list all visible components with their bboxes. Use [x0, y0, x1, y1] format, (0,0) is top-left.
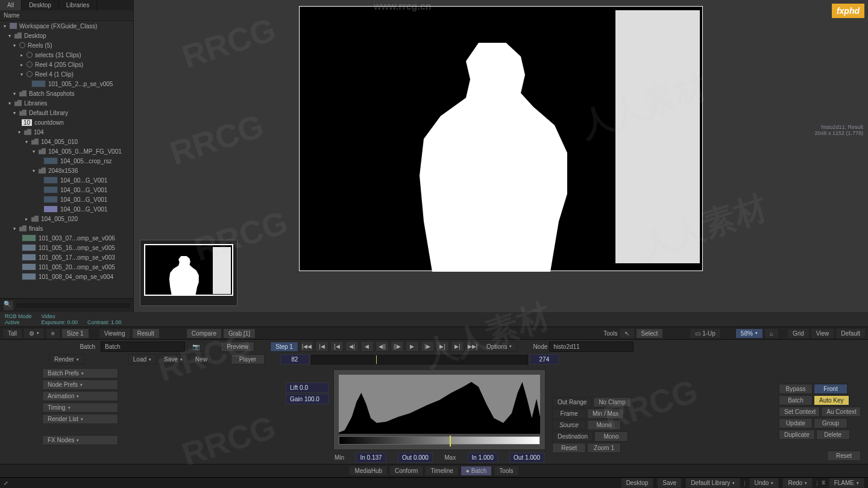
- tree-g2[interactable]: 104_00...G_V001: [0, 185, 133, 195]
- tab-tools[interactable]: Tools: [494, 466, 518, 476]
- save-button[interactable]: Save: [159, 354, 188, 364]
- arrow-icon[interactable]: ↖: [619, 328, 635, 339]
- au-context-button[interactable]: Au Context: [821, 407, 861, 417]
- step-button[interactable]: Step 1: [270, 342, 298, 352]
- dest-mono[interactable]: Mono: [594, 431, 628, 442]
- redo-button[interactable]: Redo: [782, 478, 813, 488]
- tree-workspace[interactable]: ▾Workspace (FXGuide_Class): [0, 21, 133, 31]
- group-button[interactable]: Group: [814, 418, 848, 428]
- update-button[interactable]: Update: [779, 418, 813, 428]
- new-button[interactable]: New: [190, 354, 213, 364]
- tab-timeline[interactable]: Timeline: [425, 466, 458, 476]
- batch-prefs-button[interactable]: Batch Prefs: [42, 368, 118, 378]
- batch-field[interactable]: Batch: [101, 342, 185, 352]
- select-tool[interactable]: Select: [636, 328, 664, 339]
- tab-conform[interactable]: Conform: [389, 466, 423, 476]
- view-button[interactable]: View: [811, 328, 835, 339]
- duplicate-button[interactable]: Duplicate: [779, 430, 815, 440]
- delete-button[interactable]: Delete: [816, 430, 850, 440]
- fx-nodes-button[interactable]: FX Nodes: [42, 435, 118, 445]
- camera-icon[interactable]: 📷: [187, 342, 205, 352]
- tab-desktop[interactable]: Desktop: [22, 0, 59, 10]
- goto-start-icon[interactable]: |◀◀: [300, 341, 313, 352]
- frame-fwd-icon[interactable]: ||▶: [391, 341, 404, 352]
- in-low[interactable]: In 0.137: [356, 452, 386, 463]
- no-clamp-button[interactable]: No Clamp: [593, 397, 631, 407]
- tree-desktop[interactable]: ▾Desktop: [0, 31, 133, 40]
- search-icon[interactable]: 🔍: [4, 301, 13, 310]
- play-back-icon[interactable]: ◀: [360, 341, 374, 352]
- end-frame[interactable]: 274: [530, 354, 559, 364]
- step-fwd-icon[interactable]: |▶: [421, 341, 434, 352]
- out-low[interactable]: Out 0.000: [398, 452, 433, 463]
- tree-countdown[interactable]: 10countdown: [0, 117, 133, 127]
- batch-button[interactable]: Batch: [779, 395, 813, 405]
- grab-button[interactable]: Grab [1]: [223, 328, 256, 339]
- search-input[interactable]: [17, 304, 130, 307]
- gradient-bar[interactable]: [339, 436, 540, 445]
- tree-fin5[interactable]: 101_008_04_omp_se_v004: [0, 272, 133, 281]
- tall-button[interactable]: Tall: [2, 328, 22, 339]
- tab-batch[interactable]: ● Batch: [461, 466, 492, 476]
- out-point-icon[interactable]: ▶]: [436, 341, 449, 352]
- tree-fin3[interactable]: 101_005_17...omp_se_v003: [0, 252, 133, 262]
- tree-104[interactable]: ▾104: [0, 127, 133, 137]
- step-back-icon[interactable]: ◀|: [345, 341, 359, 352]
- tree-fin1[interactable]: 101_003_07...omp_se_v006: [0, 233, 133, 243]
- tab-mediahub[interactable]: MediaHub: [349, 466, 388, 476]
- current-frame[interactable]: 82: [280, 354, 309, 364]
- expand-icon[interactable]: ⤢: [4, 480, 8, 486]
- tree-104-005-mp-fg[interactable]: ▾104_005_0...MP_FG_V001: [0, 146, 133, 156]
- gear-menu[interactable]: ⚙: [24, 328, 45, 339]
- result-button[interactable]: Result: [132, 328, 160, 339]
- render-list-button[interactable]: Render List: [42, 414, 118, 424]
- in-point-icon[interactable]: [◀: [330, 341, 344, 352]
- tree-2048x1536[interactable]: ▾2048x1536: [0, 166, 133, 175]
- options-dropdown[interactable]: Options: [481, 342, 517, 352]
- library-dropdown[interactable]: Default Library: [685, 478, 740, 488]
- tree-104-005-020[interactable]: ▸104_005_020: [0, 214, 133, 224]
- media-tree[interactable]: ▾Workspace (FXGuide_Class) ▾Desktop ▾Ree…: [0, 21, 133, 298]
- desktop-button[interactable]: Desktop: [621, 478, 654, 488]
- list-icon[interactable]: ≡: [46, 328, 60, 339]
- frame-back-icon[interactable]: ◀||: [376, 341, 389, 352]
- reset-button[interactable]: Reset: [827, 451, 861, 461]
- lift-field[interactable]: Lift 0.0: [286, 383, 329, 393]
- flame-menu[interactable]: FLAME: [829, 478, 864, 488]
- grid-button[interactable]: Grid: [787, 328, 810, 339]
- tab-libraries[interactable]: Libraries: [59, 0, 97, 10]
- tree-libraries[interactable]: ▾Libraries: [0, 98, 133, 108]
- tree-reel4-1[interactable]: ▾Reel 4 (1 Clip): [0, 69, 133, 79]
- play-icon[interactable]: ▶: [406, 341, 419, 352]
- minmax-button[interactable]: Min / Max: [587, 408, 624, 419]
- in-high[interactable]: In 1.000: [468, 452, 498, 463]
- preview-thumbnail[interactable]: [140, 240, 237, 306]
- load-button[interactable]: Load: [128, 354, 157, 364]
- zoom1-button[interactable]: Zoom 1: [587, 443, 621, 453]
- home-icon[interactable]: ⌂: [764, 328, 779, 339]
- tree-g1[interactable]: 104_00...G_V001: [0, 175, 133, 185]
- timing-button[interactable]: Timing: [42, 402, 118, 413]
- set-context-button[interactable]: Set Context: [779, 407, 820, 417]
- histogram[interactable]: [339, 375, 540, 434]
- tree-fin2[interactable]: 101_005_16...omp_se_v005: [0, 243, 133, 252]
- tree-clip-101-005[interactable]: 101_005_2...p_se_v005: [0, 79, 133, 89]
- front-button[interactable]: Front: [814, 384, 848, 394]
- tree-fin4[interactable]: 101_005_20...omp_se_v005: [0, 262, 133, 272]
- tree-104-005-crop[interactable]: 104_005...crop_rsz: [0, 156, 133, 166]
- node-prefs-button[interactable]: Node Prefs: [42, 380, 118, 390]
- bypass-button[interactable]: Bypass: [779, 384, 813, 394]
- preview-button[interactable]: Preview: [221, 342, 254, 352]
- tree-reels[interactable]: ▾Reels (5): [0, 40, 133, 50]
- tree-default-library[interactable]: ▾Default Library: [0, 108, 133, 117]
- source-mono[interactable]: Mono: [587, 420, 621, 430]
- prev-key-icon[interactable]: |◀: [315, 341, 329, 352]
- layout-1up[interactable]: ▭ 1-Up: [690, 328, 720, 339]
- default-button[interactable]: Default: [835, 328, 866, 339]
- tree-104-005-010[interactable]: ▾104_005_010: [0, 137, 133, 146]
- gain-field[interactable]: Gain 100.0: [286, 394, 329, 404]
- node-field[interactable]: histo2d11: [549, 342, 634, 352]
- render-dropdown[interactable]: Render: [49, 354, 84, 364]
- size-button[interactable]: Size 1: [61, 328, 89, 339]
- tree-finals[interactable]: ▾finals: [0, 224, 133, 233]
